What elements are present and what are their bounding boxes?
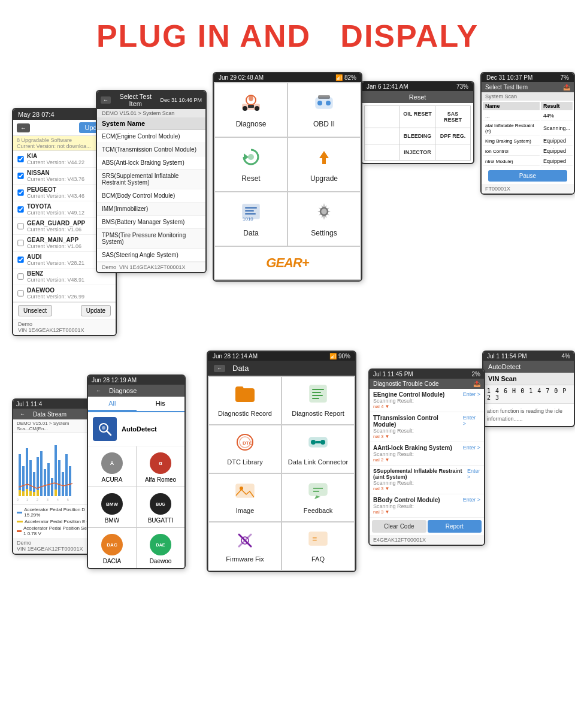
menu-item-gearplus[interactable]: GEAR+: [215, 247, 360, 279]
data-item-record[interactable]: Diagnostic Record: [209, 377, 281, 424]
autodetect-row[interactable]: AutoDetect: [88, 412, 184, 446]
dpf-button[interactable]: DPF REG.: [435, 128, 470, 144]
peugeot-checkbox[interactable]: [17, 189, 23, 195]
oil-reset-button[interactable]: OIL RESET: [400, 106, 435, 128]
svg-rect-34: [51, 478, 53, 496]
update-demo-vin: Demo VIN 1E4GEAK12FT00001X: [13, 319, 116, 335]
brand-item-daewoo[interactable]: DAE Daewoo: [137, 528, 184, 568]
data-item-link[interactable]: Data Link Connector: [282, 425, 354, 473]
brand-item-bugatti[interactable]: BUG BUGATTI: [137, 487, 184, 527]
list-item[interactable]: BCM(Body Control Module): [97, 189, 205, 203]
svg-rect-43: [29, 491, 32, 496]
dtc-item-ecm[interactable]: EEngine Control Module) Enter > Scanning…: [370, 389, 484, 412]
svg-rect-25: [19, 454, 21, 496]
audi-checkbox[interactable]: [17, 256, 23, 262]
benz-checkbox[interactable]: [17, 273, 23, 279]
menu-item-settings[interactable]: Settings: [288, 192, 360, 246]
svg-point-7: [317, 101, 322, 105]
menu-item-upgrade[interactable]: Upgrade: [288, 138, 360, 191]
data-menu-back-button[interactable]: ←: [214, 365, 225, 372]
ecm-enter-button[interactable]: Enter >: [463, 391, 480, 398]
list-item[interactable]: IMM(Immobilizer): [97, 203, 205, 216]
toyota-checkbox[interactable]: [17, 206, 23, 212]
dtc-item-bcm[interactable]: BBody Control Module) Enter > Scanning R…: [370, 494, 484, 518]
data-item-report[interactable]: Diagnostic Report: [282, 377, 354, 424]
brand-item-acura[interactable]: A ACURA: [88, 446, 136, 487]
list-item[interactable]: TCM(Transmission Control Module): [97, 143, 205, 156]
injector-button[interactable]: INJECTOR: [400, 144, 435, 160]
list-item[interactable]: TPMS(Tire Pressure Monitoring System): [97, 229, 205, 249]
list-item[interactable]: ECM(Engine Control Module): [97, 130, 205, 143]
list-item[interactable]: ABS(Anti-lock Braking System): [97, 156, 205, 170]
menu-item-obd[interactable]: OBD II: [288, 83, 360, 137]
menu-item-data[interactable]: 1010 Data: [215, 192, 287, 246]
svg-text:4: 4: [57, 498, 59, 502]
list-item[interactable]: SRS(Supplemental Inflatable Restraint Sy…: [97, 170, 205, 189]
svg-text:3: 3: [47, 498, 49, 502]
daewoo-checkbox[interactable]: [17, 290, 23, 296]
data-item-firmware[interactable]: Firmware Fix: [209, 522, 281, 570]
nissan-checkbox[interactable]: [17, 173, 23, 179]
diagnose-icon: [239, 92, 263, 117]
clear-code-button[interactable]: Clear Code: [372, 520, 426, 533]
sas-reset-button[interactable]: SAS RESET: [435, 106, 470, 128]
data-item-feedback[interactable]: Feedback: [282, 474, 354, 521]
update-bottom-button[interactable]: Update: [81, 305, 111, 316]
menu-item-reset[interactable]: Reset: [215, 138, 287, 191]
scan-col-name: Name: [483, 102, 540, 110]
tab-history[interactable]: His: [137, 397, 185, 411]
srs-enter-button[interactable]: Enter >: [467, 468, 480, 480]
data-menu-icons: 📶 90%: [329, 353, 350, 360]
table-row: ... 44%: [483, 111, 573, 120]
select-right-vin: FT00001X: [482, 184, 574, 194]
obd-icon: [312, 92, 336, 117]
datastream-back-button[interactable]: ←: [17, 410, 28, 418]
pause-button[interactable]: Pause: [488, 170, 567, 182]
update-back-button[interactable]: ←: [17, 123, 30, 132]
report-button[interactable]: Report: [428, 520, 482, 533]
select-right-export-icon: 📤: [563, 84, 570, 90]
tcm-enter-button[interactable]: Enter >: [463, 415, 480, 428]
menu-item-diagnose[interactable]: Diagnose: [215, 83, 287, 137]
brand-item-bmw[interactable]: BMW BMW: [88, 487, 136, 527]
list-item[interactable]: BMS(Battery Manager System): [97, 216, 205, 229]
abs-enter-button[interactable]: Enter >: [463, 445, 480, 451]
data-item-dtc[interactable]: DTC DTC Library: [209, 425, 281, 473]
brand-item-dacia[interactable]: DAC DACIA: [88, 528, 136, 568]
svg-rect-16: [245, 213, 256, 215]
dtc-bottom-bar: Clear Code Report: [370, 518, 484, 535]
bcm-enter-button[interactable]: Enter >: [463, 497, 480, 503]
svg-rect-51: [312, 389, 324, 390]
reset-empty3: [365, 144, 400, 160]
svg-rect-40: [19, 490, 21, 496]
dtc-item-srs[interactable]: SSupplemental Inflatable Restraint (aint…: [370, 466, 484, 494]
datastream-title: Data Stream: [33, 411, 66, 418]
select-title: Select Test Item: [114, 93, 156, 107]
brand-item-alfaromeo[interactable]: α Alfa Romeo: [137, 446, 184, 487]
bleeding-button[interactable]: BLEEDING: [400, 128, 435, 144]
bmw-label: BMW: [90, 517, 134, 524]
dtc-item-tcm[interactable]: TTransmission Control Module) Enter > Sc…: [370, 412, 484, 442]
dtc-item-abs[interactable]: AAnti-lock Braking System) Enter > Scann…: [370, 442, 484, 466]
autodetect-time: Jul 1 11:54 PM: [487, 353, 527, 360]
legend-color-3: [17, 530, 22, 532]
unselect-button[interactable]: Unselect: [18, 305, 52, 316]
diagnose-back-button[interactable]: ←: [93, 387, 104, 394]
tab-all[interactable]: All: [88, 397, 137, 411]
gear-guard-checkbox[interactable]: [17, 223, 23, 229]
dtc-title: Diagnostic Trouble Code: [373, 380, 439, 387]
data-item-image[interactable]: Image: [209, 474, 281, 521]
kia-checkbox[interactable]: [17, 156, 23, 162]
data-item-faq[interactable]: ≡ FAQ: [282, 522, 354, 570]
wifi-icon: 📶: [335, 74, 343, 81]
menu-item-settings-label: Settings: [311, 229, 337, 237]
vin-scan-label: VIN Scan: [483, 373, 574, 385]
diagnose-toolbar: ← Diagnose: [88, 385, 184, 397]
reading-text: ation function is reading the icle infor…: [483, 404, 574, 426]
autodetect-screen: Jul 1 11:54 PM 4% AutoDetect VIN Scan 1 …: [482, 351, 575, 427]
tcm-module-name: TTransmission Control Module): [373, 415, 463, 428]
svg-point-49: [102, 426, 105, 430]
list-item[interactable]: SAS(Steering Angle System): [97, 249, 205, 262]
select-back-button[interactable]: ←: [101, 96, 111, 104]
gear-main-checkbox[interactable]: [17, 240, 23, 246]
